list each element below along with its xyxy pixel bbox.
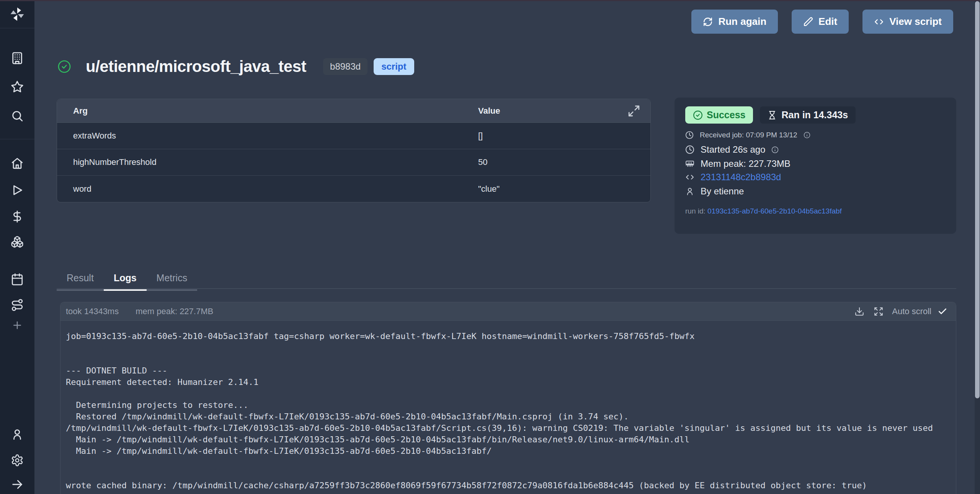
person-icon [685, 187, 694, 196]
job-title-row: u/etienne/microsoft_java_test b8983d scr… [57, 57, 414, 76]
duration-chip: Ran in 14.343s [760, 106, 856, 124]
tab-logs[interactable]: Logs [104, 272, 147, 291]
view-script-button[interactable]: View script [862, 10, 953, 34]
created-by-row: By etienne [685, 186, 946, 197]
arg-row: highNumberThreshold 50 [57, 149, 650, 176]
star-icon [11, 80, 24, 93]
run-id-link[interactable]: 0193c135-ab7d-60e5-2b10-04b5ac13fabf [707, 207, 842, 215]
log-body[interactable]: job=0193c135-ab7d-60e5-2b10-04b5ac13fabf… [60, 321, 956, 491]
windmill-job-run-page: Run again Edit View script u/etienne/mic… [0, 0, 980, 494]
sidebar-item-user[interactable] [0, 426, 34, 443]
arg-value: "clue" [478, 184, 500, 194]
sidebar-item-search[interactable] [0, 107, 34, 125]
pencil-icon [803, 17, 813, 27]
windmill-logo[interactable] [0, 0, 34, 28]
args-col-value: Value [478, 106, 500, 116]
code-icon [685, 173, 694, 182]
auto-scroll-label: Auto scroll [892, 307, 931, 316]
sidebar-item-workspace[interactable] [0, 49, 34, 67]
log-panel: took 14343ms mem peak: 227.7MB Auto scro… [60, 302, 956, 494]
log-mem-peak: mem peak: 227.7MB [136, 307, 213, 316]
job-status-panel: Success Ran in 14.343s Received job: 07:… [675, 98, 956, 234]
window-top-strip [0, 0, 980, 1]
user-icon [11, 428, 24, 441]
expand-log-icon[interactable] [874, 307, 884, 316]
arg-name: extraWords [73, 131, 116, 140]
run-again-label: Run again [718, 16, 766, 28]
sidebar-item-variables[interactable] [0, 208, 34, 225]
info-icon[interactable] [804, 132, 810, 139]
check-icon [938, 307, 947, 316]
success-circle-icon [57, 60, 71, 73]
run-id-row: run id: 0193c135-ab7d-60e5-2b10-04b5ac13… [685, 207, 946, 215]
sidebar-item-home[interactable] [0, 155, 34, 172]
hourglass-icon [768, 111, 777, 120]
page-scrollbar [975, 0, 980, 494]
auto-scroll-toggle[interactable]: Auto scroll [892, 307, 947, 316]
run-again-button[interactable]: Run again [691, 10, 778, 34]
script-hash-row: 23131148c2b8983d [685, 172, 946, 183]
sidebar-divider [0, 139, 34, 139]
received-row: Received job: 07:09 PM 13/12 [685, 131, 946, 139]
script-hash-badge: b8983d [323, 58, 368, 75]
received-label: Received job: 07:09 PM 13/12 [700, 131, 797, 139]
sidebar-item-schedules[interactable] [0, 271, 34, 288]
sidebar-item-flows[interactable] [0, 296, 34, 314]
log-took: took 14343ms [66, 307, 119, 316]
scrollbar-thumb[interactable] [975, 1, 980, 398]
route-icon [11, 298, 24, 311]
info-icon[interactable] [771, 146, 779, 153]
mem-peak-row: Mem peak: 227.73MB [685, 158, 946, 169]
script-hash-link[interactable]: 23131148c2b8983d [701, 172, 781, 183]
sidebar [0, 0, 34, 494]
started-label: Started 26s ago [701, 144, 765, 155]
arg-name: highNumberThreshold [73, 157, 157, 167]
tab-metrics[interactable]: Metrics [147, 272, 198, 291]
started-row: Started 26s ago [685, 144, 946, 155]
gear-icon [11, 454, 24, 467]
arg-value: [] [478, 131, 483, 140]
boxes-icon [11, 235, 24, 248]
clock-icon [685, 145, 694, 154]
result-tabs: Result Logs Metrics [57, 272, 197, 291]
memory-icon [685, 159, 694, 168]
sidebar-item-logout[interactable] [0, 476, 34, 493]
edit-button[interactable]: Edit [792, 10, 849, 34]
sidebar-item-favorites[interactable] [0, 78, 34, 96]
args-col-arg: Arg [73, 106, 88, 116]
windmill-logo-icon [9, 6, 26, 23]
home-icon [11, 157, 24, 170]
clock-icon [685, 131, 694, 139]
header-actions: Run again Edit View script [691, 10, 953, 34]
args-table-header: Arg Value [57, 99, 650, 123]
args-table: Arg Value extraWords [] highNumberThresh… [57, 99, 651, 202]
play-icon [11, 184, 24, 197]
refresh-icon [703, 17, 713, 27]
view-script-label: View script [889, 16, 942, 28]
arg-row: word "clue" [57, 176, 650, 202]
page-title: u/etienne/microsoft_java_test [86, 57, 306, 76]
status-label: Success [707, 109, 745, 121]
script-kind-badge: script [374, 58, 414, 75]
dollar-icon [11, 210, 24, 223]
edit-label: Edit [818, 16, 837, 28]
arg-row: extraWords [] [57, 123, 650, 149]
sidebar-item-create[interactable] [0, 316, 34, 334]
sidebar-item-settings[interactable] [0, 452, 34, 469]
arrow-right-icon [11, 478, 24, 491]
tab-result[interactable]: Result [57, 272, 104, 291]
sidebar-item-runs[interactable] [0, 181, 34, 199]
arg-value: 50 [478, 157, 487, 167]
code-icon [874, 17, 884, 27]
plus-icon [11, 320, 23, 331]
mem-peak-label: Mem peak: 227.73MB [701, 158, 791, 169]
search-icon [11, 109, 24, 122]
status-top-row: Success Ran in 14.343s [685, 106, 946, 124]
log-content: job=0193c135-ab7d-60e5-2b10-04b5ac13fabf… [66, 331, 956, 491]
expand-args-icon[interactable] [627, 104, 640, 117]
sidebar-item-resources[interactable] [0, 233, 34, 251]
run-id-label: run id: [685, 207, 706, 215]
status-badge: Success [685, 106, 753, 124]
download-icon[interactable] [854, 307, 864, 316]
building-icon [11, 52, 24, 65]
